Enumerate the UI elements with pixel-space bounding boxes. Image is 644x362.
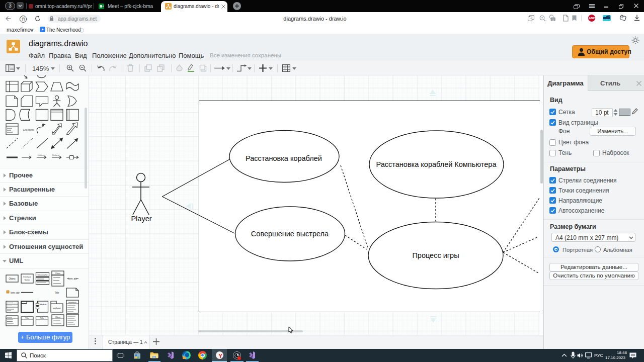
svg-text:Item: attr: Item: attr xyxy=(68,278,77,280)
svg-text:Item: attr: Item: attr xyxy=(11,292,20,294)
svg-text:List Item: List Item xyxy=(23,128,34,131)
svg-text:Player: Player xyxy=(131,215,151,223)
svg-text:Module: Module xyxy=(40,303,47,306)
svg-text:Совершение выстрела: Совершение выстрела xyxy=(251,230,329,238)
svg-text:Title: Title xyxy=(55,292,59,294)
svg-text:Class: Class xyxy=(55,272,60,275)
svg-text:Name: Name xyxy=(25,279,30,281)
svg-text:Object: Object xyxy=(9,278,16,280)
svg-text:Class: Class xyxy=(55,316,60,318)
svg-text:Title: Title xyxy=(25,317,29,319)
svg-text:Процесс игры: Процесс игры xyxy=(412,251,459,259)
svg-text:Interface: Interface xyxy=(23,276,31,278)
svg-text:Title: Title xyxy=(40,317,44,319)
svg-text:Interface: Interface xyxy=(68,301,76,304)
svg-text:package: package xyxy=(53,307,61,309)
svg-text:Classname: Classname xyxy=(37,274,48,276)
svg-text:Расстановка кораблей: Расстановка кораблей xyxy=(246,154,322,162)
svg-text:Uniform: Uniform xyxy=(38,154,45,156)
svg-text:Расстановка кораблей Компьютер: Расстановка кораблей Компьютера xyxy=(376,160,497,168)
svg-text:Uniform: Uniform xyxy=(52,154,60,156)
